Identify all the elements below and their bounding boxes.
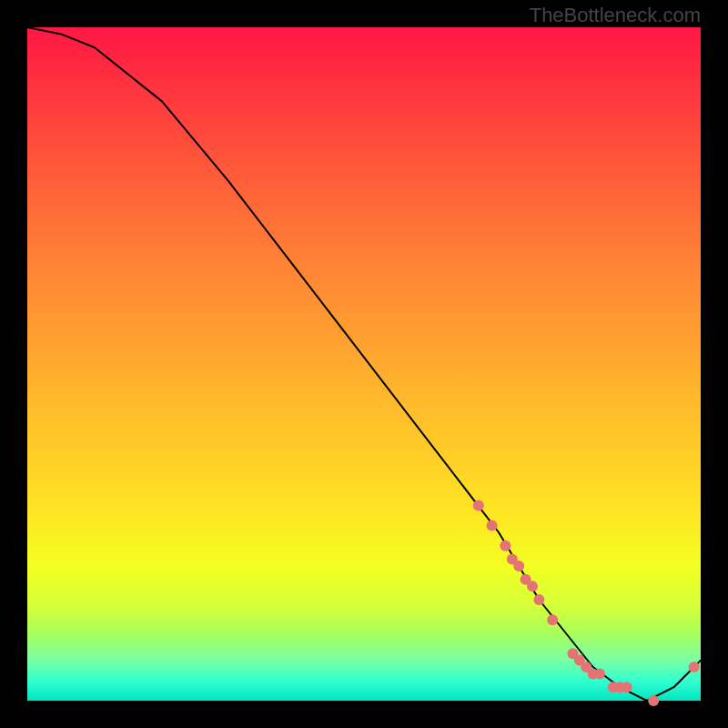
data-point [527, 581, 538, 592]
data-point [547, 614, 558, 625]
data-point [500, 541, 511, 551]
scatter-markers [473, 500, 700, 706]
data-point [473, 500, 484, 511]
data-point [513, 561, 524, 571]
chart-svg [27, 27, 701, 701]
watermark-text: TheBottleneck.com [530, 4, 701, 27]
plot-gradient-area [27, 27, 701, 701]
data-point [689, 662, 700, 672]
data-point [594, 668, 605, 679]
data-point [533, 594, 544, 605]
bottleneck-curve [27, 27, 701, 701]
data-point [487, 521, 498, 531]
data-point [622, 682, 632, 693]
chart-frame: TheBottleneck.com [0, 0, 728, 728]
data-point [648, 695, 659, 706]
